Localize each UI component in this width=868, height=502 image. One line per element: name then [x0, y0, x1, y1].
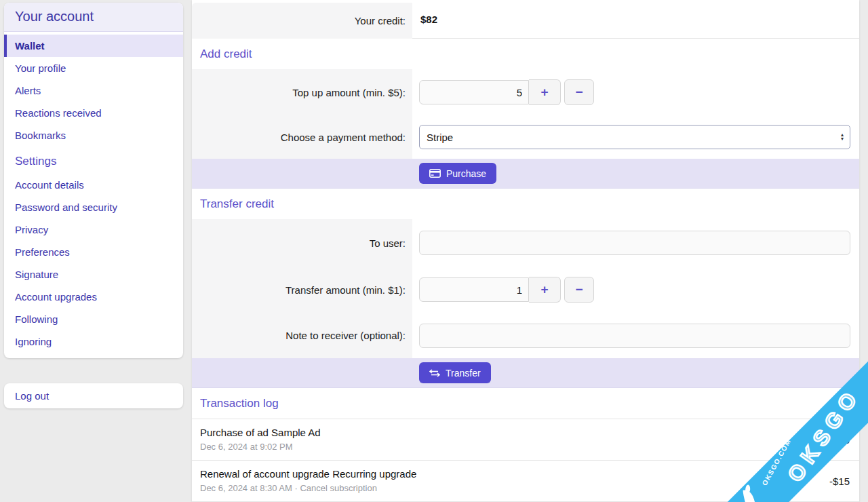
wallet-main-panel: Your credit: $82 Add credit Top up amoun…: [192, 0, 859, 502]
add-credit-title: Add credit: [192, 39, 859, 69]
sidebar-item-bookmarks[interactable]: Bookmarks: [4, 124, 183, 147]
payment-method-value: Stripe: [427, 132, 453, 143]
sidebar-item-reactions-received[interactable]: Reactions received: [4, 102, 183, 124]
sidebar-item-account-details[interactable]: Account details: [4, 174, 183, 196]
sidebar-item-ignoring[interactable]: Ignoring: [4, 330, 183, 353]
purchase-button[interactable]: Purchase: [419, 163, 496, 184]
transaction-timestamp: Dec 6, 2024 at 8:30 AM: [200, 483, 292, 493]
payment-method-row: Choose a payment method: Stripe ▴▾: [192, 115, 859, 159]
transaction-row: Purchase of ad Sample AdDec 6, 2024 at 9…: [192, 419, 859, 461]
sidebar-item-privacy[interactable]: Privacy: [4, 218, 183, 241]
sidebar-item-signature[interactable]: Signature: [4, 263, 183, 286]
sidebar-nav: WalletYour profileAlertsReactions receiv…: [4, 32, 183, 358]
sidebar-item-preferences[interactable]: Preferences: [4, 241, 183, 263]
logout-panel: Log out: [4, 383, 183, 408]
topup-decrement-button[interactable]: −: [564, 79, 594, 105]
sidebar-item-wallet[interactable]: Wallet: [4, 35, 183, 57]
sidebar-title: Your account: [4, 3, 183, 32]
transaction-row: Renewal of account upgrade Recurring upg…: [192, 461, 859, 502]
select-spinner-icon: ▴▾: [841, 133, 844, 141]
sidebar-item-account-upgrades[interactable]: Account upgrades: [4, 286, 183, 308]
transaction-amount: -$15: [829, 476, 850, 487]
sidebar-item-following[interactable]: Following: [4, 308, 183, 330]
cancel-subscription-link[interactable]: Cancel subscription: [300, 483, 376, 493]
topup-amount-input[interactable]: [419, 80, 529, 104]
topup-amount-row: Top up amount (min. $5): + −: [192, 69, 859, 115]
sidebar-item-password-and-security[interactable]: Password and security: [4, 196, 183, 218]
transaction-timestamp: Dec 6, 2024 at 9:02 PM: [200, 442, 293, 452]
purchase-button-label: Purchase: [446, 168, 486, 179]
transaction-log-title: Transaction log: [192, 388, 859, 419]
your-credit-row: Your credit: $82: [192, 0, 859, 39]
transfer-button[interactable]: Transfer: [419, 362, 491, 383]
transfer-credit-title: Transfer credit: [192, 189, 859, 219]
transfer-amount-stepper: + −: [419, 277, 594, 303]
account-sidebar: Your account WalletYour profileAlertsRea…: [4, 3, 183, 358]
transfer-action-row: Transfer: [192, 358, 859, 388]
transfer-amount-input[interactable]: [419, 277, 529, 302]
sidebar-item-alerts[interactable]: Alerts: [4, 79, 183, 102]
to-user-input[interactable]: [419, 231, 850, 255]
sidebar-item-your-profile[interactable]: Your profile: [4, 57, 183, 79]
note-label: Note to receiver (optional):: [192, 313, 412, 358]
topup-increment-button[interactable]: +: [529, 79, 561, 105]
transfer-decrement-button[interactable]: −: [564, 277, 594, 303]
payment-method-label: Choose a payment method:: [192, 115, 412, 159]
transfer-arrows-icon: [429, 369, 440, 377]
transaction-amount: -$2.00: [821, 434, 850, 446]
transfer-amount-row: Transfer amount (min. $1): + −: [192, 267, 859, 313]
transaction-title: Renewal of account upgrade Recurring upg…: [200, 468, 851, 480]
transaction-list: Purchase of ad Sample AdDec 6, 2024 at 9…: [192, 419, 859, 502]
payment-method-select[interactable]: Stripe ▴▾: [419, 125, 850, 149]
transfer-increment-button[interactable]: +: [529, 277, 561, 303]
logout-link[interactable]: Log out: [4, 383, 183, 408]
your-credit-label: Your credit:: [192, 3, 412, 39]
credit-card-icon: [429, 169, 441, 178]
to-user-label: To user:: [192, 219, 412, 267]
topup-amount-stepper: + −: [419, 79, 594, 105]
transfer-amount-label: Transfer amount (min. $1):: [192, 267, 412, 313]
transfer-button-label: Transfer: [446, 368, 481, 379]
transaction-meta: Dec 6, 2024 at 9:02 PM: [200, 442, 851, 452]
transaction-meta: Dec 6, 2024 at 8:30 AM · Cancel subscrip…: [200, 483, 851, 493]
purchase-action-row: Purchase: [192, 159, 859, 189]
note-row: Note to receiver (optional):: [192, 313, 859, 358]
to-user-row: To user:: [192, 219, 859, 267]
transaction-title: Purchase of ad Sample Ad: [200, 427, 851, 438]
your-credit-value: $82: [412, 0, 437, 38]
note-input[interactable]: [419, 324, 850, 348]
topup-amount-label: Top up amount (min. $5):: [192, 69, 412, 115]
sidebar-section-settings: Settings: [4, 147, 183, 174]
